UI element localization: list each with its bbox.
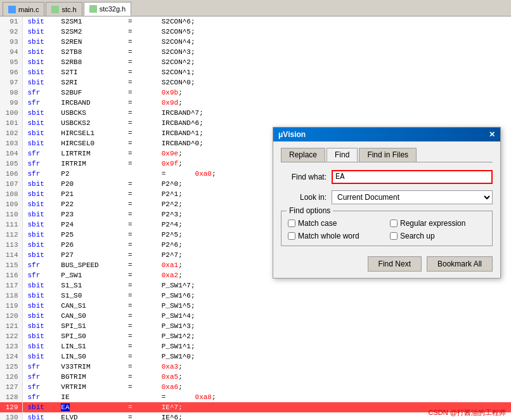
- line-number: 103: [0, 138, 22, 148]
- line-number: 117: [0, 280, 22, 291]
- options-grid: Match case Regular expression Match whol…: [288, 219, 486, 240]
- table-row: 95sbit S2RB8 = S2CON^2;: [0, 57, 511, 67]
- table-row: 93sbit S2REN = S2CON^4;: [0, 37, 511, 47]
- find-dialog: μVision ✕ Replace Find Find in Files: [273, 127, 501, 279]
- tab-find-in-files[interactable]: Find in Files: [359, 148, 417, 162]
- tab-bar: main.c stc.h stc32g.h: [0, 0, 511, 16]
- line-number: 127: [0, 382, 22, 392]
- code-line: sbit S1_S0 = P_SW1^6;: [22, 291, 511, 301]
- tab-stc32g-h[interactable]: stc32g.h: [84, 2, 132, 16]
- table-row: 124sbit LIN_S0 = P_SW1^0;: [0, 351, 511, 362]
- code-line: sbit S2RB8 = S2CON^2;: [22, 57, 511, 67]
- match-case-label: Match case: [298, 219, 337, 228]
- tab-stc32g-h-label: stc32g.h: [100, 5, 126, 13]
- line-number: 123: [0, 341, 22, 351]
- tab-icon-h: [51, 6, 59, 13]
- code-line: sbit SPI_S0 = P_SW1^2;: [22, 331, 511, 341]
- code-line: sbit S1_S1 = P_SW1^7;: [22, 280, 511, 291]
- line-number: 97: [0, 77, 22, 88]
- line-number: 104: [0, 148, 22, 159]
- search-up-checkbox[interactable]: [390, 232, 398, 240]
- regular-expression-label: Regular expression: [400, 219, 465, 228]
- line-number: 122: [0, 331, 22, 341]
- line-number: 107: [0, 179, 22, 189]
- find-what-label: Find what:: [281, 173, 327, 181]
- line-number: 96: [0, 67, 22, 77]
- match-whole-word-row: Match whole word: [288, 232, 384, 240]
- code-line: sbit S2REN = S2CON^4;: [22, 37, 511, 47]
- table-row: 128sfr IE = 0xa8;: [0, 392, 511, 402]
- code-line: sbit S2SM1 = S2CON^6;: [22, 16, 511, 27]
- code-line: sbit S2SM2 = S2CON^5;: [22, 27, 511, 37]
- match-whole-word-checkbox[interactable]: [288, 232, 295, 240]
- match-case-checkbox[interactable]: [288, 220, 295, 227]
- line-number: 116: [0, 270, 22, 280]
- match-case-row: Match case: [288, 219, 384, 228]
- search-up-label: Search up: [400, 232, 435, 240]
- line-number: 105: [0, 159, 22, 169]
- look-in-label: Look in:: [281, 193, 327, 202]
- code-line: sbit LIN_S1 = P_SW1^1;: [22, 341, 511, 351]
- tab-stc-h-label: stc.h: [61, 6, 76, 13]
- code-line: sbit CAN_S0 = P_SW1^4;: [22, 311, 511, 321]
- dialog-title-text: μVision: [278, 130, 306, 139]
- table-row: 119sbit CAN_S1 = P_SW1^5;: [0, 301, 511, 311]
- code-line: sfr V33TRIM = 0xa3;: [22, 362, 511, 372]
- watermark: CSDN @打酱油的工程师: [429, 408, 506, 417]
- regular-expression-checkbox[interactable]: [390, 220, 398, 227]
- code-line: sbit SPI_S1 = P_SW1^3;: [22, 321, 511, 331]
- code-line: sbit CAN_S1 = P_SW1^5;: [22, 301, 511, 311]
- look-in-select[interactable]: Current Document: [332, 190, 493, 204]
- dialog-buttons: Find Next Bookmark All: [281, 254, 493, 272]
- line-number: 111: [0, 220, 22, 230]
- line-number: 121: [0, 321, 22, 331]
- table-row: 98sfr S2BUF = 0x9b;: [0, 88, 511, 98]
- tab-find[interactable]: Find: [327, 148, 358, 162]
- code-line: sfr S2BUF = 0x9b;: [22, 88, 511, 98]
- find-options-group: Find options Match case Regular expressi…: [281, 211, 493, 246]
- line-number: 93: [0, 37, 22, 47]
- table-row: 97sbit S2RI = S2CON^0;: [0, 77, 511, 88]
- line-number: 129: [0, 402, 22, 412]
- line-number: 120: [0, 311, 22, 321]
- line-number: 99: [0, 98, 22, 108]
- line-number: 125: [0, 362, 22, 372]
- code-line: sbit S2TI = S2CON^1;: [22, 67, 511, 77]
- table-row: 122sbit SPI_S0 = P_SW1^2;: [0, 331, 511, 341]
- code-line: sbit S2TB8 = S2CON^3;: [22, 47, 511, 57]
- dialog-title-bar[interactable]: μVision ✕: [273, 128, 500, 141]
- table-row: 92sbit S2SM2 = S2CON^5;: [0, 27, 511, 37]
- tab-main-c[interactable]: main.c: [3, 2, 44, 16]
- table-row: 99sfr IRCBAND = 0x9d;: [0, 98, 511, 108]
- line-number: 108: [0, 189, 22, 199]
- line-number: 91: [0, 16, 22, 27]
- tab-icon-c: [8, 6, 16, 13]
- line-number: 118: [0, 291, 22, 301]
- line-number: 100: [0, 108, 22, 118]
- tab-main-c-label: main.c: [18, 6, 39, 13]
- code-line: sfr VRTRIM = 0xa6;: [22, 382, 511, 392]
- match-whole-word-label: Match whole word: [298, 232, 359, 240]
- line-number: 130: [0, 412, 22, 420]
- line-number: 101: [0, 118, 22, 128]
- bookmark-all-button[interactable]: Bookmark All: [427, 256, 493, 272]
- code-line: sfr IE = 0xa8;: [22, 392, 511, 402]
- code-line: sbit LIN_S0 = P_SW1^0;: [22, 351, 511, 362]
- code-line: sfr BGTRIM = 0xa5;: [22, 372, 511, 382]
- tab-replace[interactable]: Replace: [281, 148, 325, 162]
- find-what-input[interactable]: [332, 170, 493, 184]
- line-number: 102: [0, 128, 22, 138]
- find-what-row: Find what:: [281, 170, 493, 184]
- line-number: 114: [0, 250, 22, 260]
- dialog-tabs: Replace Find Find in Files: [281, 148, 493, 162]
- find-next-button[interactable]: Find Next: [368, 256, 422, 272]
- dialog-body: Replace Find Find in Files Find what:: [273, 141, 500, 278]
- line-number: 109: [0, 199, 22, 209]
- table-row: 127sfr VRTRIM = 0xa6;: [0, 382, 511, 392]
- line-number: 128: [0, 392, 22, 402]
- search-up-row: Search up: [390, 232, 486, 240]
- options-legend: Find options: [287, 206, 333, 215]
- table-row: 91sbit S2SM1 = S2CON^6;: [0, 16, 511, 27]
- tab-stc-h[interactable]: stc.h: [46, 2, 82, 16]
- close-icon[interactable]: ✕: [489, 130, 495, 139]
